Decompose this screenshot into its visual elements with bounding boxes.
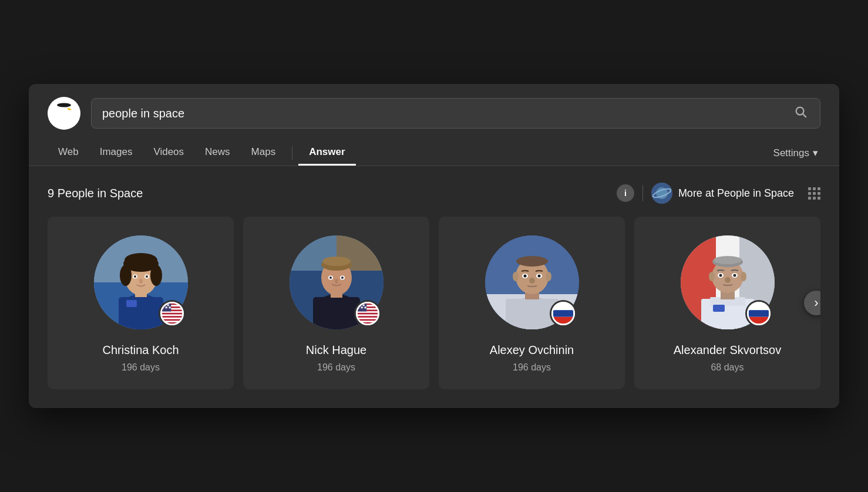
avatar-wrapper-2 [485, 235, 579, 329]
content-area: 9 People in Space i More at Peo [29, 166, 839, 408]
info-button[interactable]: i [617, 184, 634, 202]
svg-point-101 [741, 272, 746, 281]
next-arrow[interactable]: › [804, 291, 820, 315]
flag-badge-0: ★★★ ★★ [159, 300, 186, 327]
svg-point-99 [714, 256, 742, 264]
svg-rect-95 [713, 305, 725, 312]
svg-point-104 [719, 274, 722, 277]
svg-point-76 [546, 272, 551, 281]
svg-point-26 [139, 279, 143, 284]
person-card-1[interactable]: ★★★ ★★ Nick Hague 196 days [243, 217, 429, 389]
svg-rect-61 [357, 313, 378, 315]
cards-container: ★★★ ★★ Christina Koch 196 days [48, 217, 820, 389]
svg-point-80 [537, 275, 540, 278]
search-bar[interactable] [91, 98, 820, 129]
svg-point-106 [725, 277, 731, 283]
flag-badge-1: ★★★ ★★ [354, 300, 381, 327]
person-name-2: Alexey Ovchinin [490, 342, 574, 358]
person-days-2: 196 days [513, 362, 551, 373]
svg-point-21 [125, 253, 157, 267]
svg-point-2 [57, 100, 71, 114]
person-days-3: 68 days [711, 362, 743, 373]
svg-rect-15 [119, 297, 163, 329]
header-separator [642, 185, 643, 201]
app-window: Web Images Videos News Maps Answer Setti… [29, 84, 839, 408]
svg-point-24 [134, 275, 136, 278]
svg-rect-27 [126, 300, 137, 307]
flag-badge-2 [550, 300, 577, 327]
svg-point-20 [150, 265, 162, 286]
result-header: 9 People in Space i More at Peo [48, 183, 820, 204]
nav-images[interactable]: Images [89, 140, 143, 166]
svg-rect-63 [357, 319, 378, 321]
svg-line-7 [803, 114, 806, 117]
svg-rect-45 [313, 297, 360, 329]
person-card-0[interactable]: ★★★ ★★ Christina Koch 196 days [48, 217, 234, 389]
grid-icon[interactable] [808, 187, 820, 200]
svg-point-5 [57, 103, 71, 107]
svg-rect-110 [748, 310, 769, 317]
svg-point-105 [733, 274, 736, 277]
svg-point-53 [341, 277, 344, 279]
search-input[interactable] [102, 107, 792, 120]
svg-rect-62 [357, 316, 378, 318]
avatar-wrapper-1: ★★★ ★★ [290, 235, 383, 329]
nav-maps[interactable]: Maps [241, 140, 287, 166]
header: Web Images Videos News Maps Answer Setti… [29, 84, 839, 166]
svg-point-74 [516, 256, 548, 267]
svg-rect-85 [553, 310, 573, 317]
svg-point-79 [523, 275, 526, 278]
person-name-3: Alexander Skvortsov [674, 342, 781, 358]
nav-web[interactable]: Web [48, 140, 89, 166]
svg-point-54 [335, 279, 338, 284]
person-card-3[interactable]: Alexander Skvortsov 68 days › [634, 217, 820, 389]
nav-videos[interactable]: Videos [143, 140, 194, 166]
result-title: 9 People in Space [48, 187, 143, 200]
svg-rect-35 [162, 316, 182, 318]
person-card-2[interactable]: Alexey Ovchinin 196 days [439, 217, 625, 389]
more-link-icon [651, 183, 672, 204]
svg-point-25 [146, 275, 148, 278]
result-header-right: i More at People in Space [617, 183, 820, 204]
svg-point-75 [513, 272, 519, 281]
person-days-0: 196 days [122, 362, 160, 373]
nav-answer[interactable]: Answer [298, 140, 355, 166]
svg-point-19 [120, 265, 132, 286]
svg-point-49 [322, 257, 351, 266]
search-row [48, 97, 820, 130]
cards-row: ★★★ ★★ Christina Koch 196 days [48, 217, 820, 389]
more-link[interactable]: More at People in Space [651, 183, 794, 204]
person-days-1: 196 days [317, 362, 355, 373]
more-link-text: More at People in Space [678, 187, 794, 200]
person-name-1: Nick Hague [306, 342, 366, 358]
nav-divider [292, 147, 292, 160]
svg-point-100 [709, 272, 715, 281]
logo [48, 97, 80, 130]
avatar-wrapper-3 [681, 235, 775, 329]
nav-news[interactable]: News [194, 140, 241, 166]
search-button[interactable] [792, 103, 809, 124]
svg-point-81 [529, 278, 535, 284]
chevron-down-icon: ▾ [813, 147, 818, 159]
person-name-0: Christina Koch [102, 342, 179, 358]
nav-bar: Web Images Videos News Maps Answer Setti… [48, 140, 820, 166]
svg-rect-34 [162, 313, 182, 315]
settings-button[interactable]: Settings ▾ [771, 141, 820, 165]
flag-badge-3 [745, 300, 772, 327]
avatar-wrapper-0: ★★★ ★★ [94, 235, 188, 329]
svg-point-52 [329, 277, 332, 279]
svg-rect-36 [162, 319, 182, 321]
